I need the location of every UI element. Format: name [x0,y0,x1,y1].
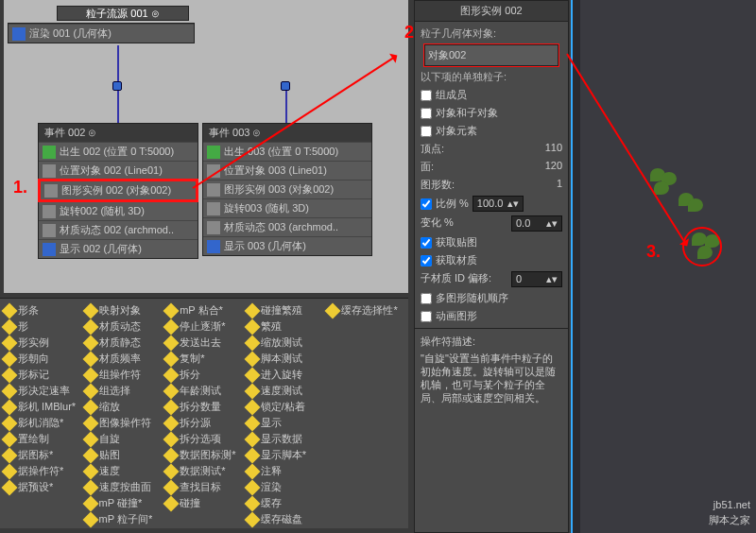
annot-2: 2 [404,23,414,43]
operator-icon [82,431,98,447]
operator-item[interactable]: 材质静态 [83,335,164,351]
operator-icon [2,399,18,415]
operator-item[interactable]: mP 粒子间* [83,511,164,527]
source-box[interactable]: 渲染 001 (几何体) [8,23,195,43]
operator-icon [82,335,98,351]
source-header[interactable]: 粒子流源 001 ⊙ [57,6,189,21]
operator-item[interactable]: 材质频率 [83,351,164,367]
operator-item[interactable]: 缓存选择性* [325,302,406,318]
operator-item[interactable]: 速度按曲面 [83,479,164,495]
operator-item[interactable]: mP 粘合* [163,302,245,318]
operator-icon [244,335,260,351]
scale-row[interactable]: 比例 %100.0▴▾ [421,194,562,214]
operator-icon [82,399,98,415]
operator-item[interactable]: 拆分选项 [163,431,245,447]
operator-item[interactable]: 形条 [2,302,83,318]
chk-obj-elem[interactable]: 对象元素 [421,122,562,140]
operator-item[interactable]: 发送出去 [163,335,245,351]
event-003-box[interactable]: 事件 003 ⊙ 出生 003 (位置 0 T:5000) 位置对象 003 (… [202,123,372,256]
operator-item[interactable]: 数据测试* [163,463,245,479]
operator-item[interactable]: 进入旋转 [245,367,326,383]
scale-spinner[interactable]: 100.0▴▾ [472,196,524,212]
mat-icon [207,221,220,234]
operator-icon [82,367,98,383]
display-icon [43,243,56,256]
operator-item[interactable]: 速度测试 [245,383,326,399]
operator-item[interactable]: 据预设* [2,479,83,495]
operator-item[interactable]: 组选择 [83,383,164,399]
chk-get-mat[interactable]: 获取材质 [421,251,562,269]
operator-item[interactable]: 停止逐渐* [163,318,245,335]
operator-item[interactable]: 碰撞 [163,495,245,511]
operator-item[interactable]: 形实例 [2,335,83,351]
conn-dot[interactable] [112,81,122,91]
viewport-inner[interactable] [580,0,756,533]
operator-item[interactable]: 缓存磁盘 [245,511,326,527]
operator-item[interactable]: 查找目标 [163,479,245,495]
submat-spinner[interactable]: 0▴▾ [511,271,562,287]
operator-item[interactable]: 形朝向 [2,351,83,367]
operator-item[interactable]: 锁定/粘着 [245,399,326,415]
operator-item[interactable]: 年龄测试 [163,383,245,399]
viewport[interactable] [571,0,756,533]
operator-item[interactable]: 注释 [245,463,326,479]
conn-dot[interactable] [281,81,290,91]
operator-item[interactable]: 组操作符 [83,367,164,383]
object-pick-button[interactable]: 对象002 [424,44,558,66]
operator-item[interactable]: 显示脚本* [245,447,326,463]
operator-item[interactable]: 形 [2,318,83,335]
operator-item[interactable]: 缓存 [245,495,326,511]
chk-group-member[interactable]: 组成员 [421,86,562,104]
annot-3: 3. [646,242,661,262]
operator-item[interactable]: 材质动态 [83,318,164,335]
operator-item[interactable]: 缩放测试 [245,335,326,351]
operator-item[interactable]: 渲染 [245,479,326,495]
operator-item[interactable]: 贴图 [83,447,164,463]
chk-obj-child[interactable]: 对象和子对象 [421,104,562,122]
operator-item[interactable]: 缩放 [83,399,164,415]
operator-item[interactable]: 速度 [83,463,164,479]
chk-multi-random[interactable]: 多图形随机顺序 [421,289,562,307]
operator-item[interactable]: 置绘制 [2,431,83,447]
operator-item[interactable]: 显示 [245,415,326,431]
variation-spinner[interactable]: 0.0▴▾ [511,215,562,232]
operator-item[interactable]: 拆分 [163,367,245,383]
flow-canvas[interactable]: 粒子流源 001 ⊙ 渲染 001 (几何体) 事件 002 ⊙ 出生 002 … [4,0,408,293]
operator-icon [2,463,18,479]
event-002-box[interactable]: 事件 002 ⊙ 出生 002 (位置 0 T:5000) 位置对象 002 (… [38,123,198,259]
operator-item[interactable]: 复制* [163,351,245,367]
operator-item[interactable]: 图像操作符 [83,415,164,431]
operator-item[interactable]: 显示数据 [245,431,326,447]
operator-item[interactable]: 数据图标测* [163,447,245,463]
operator-icon [2,318,18,335]
operator-item[interactable]: 影机消隐* [2,415,83,431]
operator-item[interactable]: 脚本测试 [245,351,326,367]
render-icon [12,27,26,41]
operators-palette[interactable]: 形条形形实例形朝向形标记形决定速率影机 IMBlur*影机消隐*置绘制据图标*据… [0,298,408,528]
operator-item[interactable]: 形标记 [2,367,83,383]
operator-item[interactable]: 影机 IMBlur* [2,399,83,415]
event-002-title[interactable]: 事件 002 ⊙ [39,124,198,142]
operator-item[interactable]: mP 碰撞* [83,495,164,511]
operator-item[interactable]: 繁殖 [245,318,326,335]
operator-icon [2,479,18,495]
operator-item[interactable]: 碰撞繁殖 [245,302,326,318]
operator-item[interactable]: 据操作符* [2,463,83,479]
operator-item[interactable]: 映射对象 [83,302,164,318]
operator-item[interactable]: 拆分数量 [163,399,245,415]
operator-icon [82,495,98,511]
shape-instance-002-row[interactable]: 图形实例 002 (对象002) [39,180,198,201]
operator-icon [163,335,180,351]
operator-icon [244,351,260,367]
operator-icon [82,511,98,527]
chk-get-map[interactable]: 获取贴图 [421,233,562,251]
desc-text: "自旋"设置当前事件中粒子的初始角速度。旋转轴可以是随机轴，也可与某个粒子的全局… [421,352,562,404]
watermark: jb51.net脚本之家 [709,497,750,527]
birth-icon [43,146,56,159]
chk-anim-shape[interactable]: 动画图形 [421,307,562,325]
operator-icon [2,302,18,318]
operator-item[interactable]: 自旋 [83,431,164,447]
operator-item[interactable]: 据图标* [2,447,83,463]
operator-item[interactable]: 拆分源 [163,415,245,431]
operator-item[interactable]: 形决定速率 [2,383,83,399]
